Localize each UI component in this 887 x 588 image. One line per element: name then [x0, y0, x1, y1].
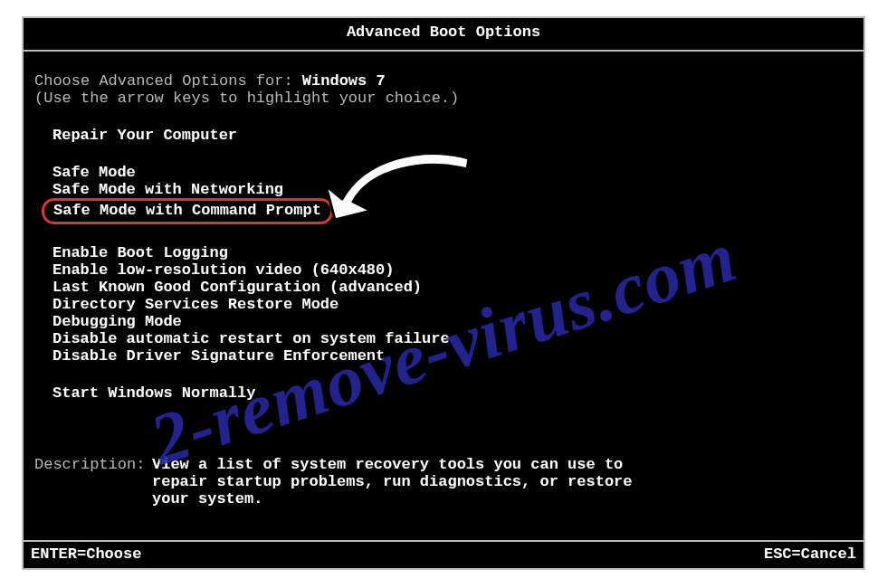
instruction-line: (Use the arrow keys to highlight your ch… [34, 90, 853, 107]
option-debugging-mode[interactable]: Debugging Mode [43, 313, 853, 330]
option-directory-services-restore[interactable]: Directory Services Restore Mode [43, 296, 853, 313]
footer-enter: ENTER=Choose [31, 545, 141, 563]
option-last-known-good[interactable]: Last Known Good Configuration (advanced) [43, 279, 853, 296]
option-group-1: Repair Your Computer [34, 127, 853, 144]
content-area: Choose Advanced Options for: Windows 7 (… [34, 72, 853, 507]
choose-line: Choose Advanced Options for: Windows 7 [34, 72, 853, 90]
option-group-4: Start Windows Normally [34, 384, 853, 402]
option-repair-your-computer[interactable]: Repair Your Computer [43, 127, 853, 144]
option-group-3: Enable Boot Logging Enable low-resolutio… [34, 244, 853, 365]
os-name: Windows 7 [302, 72, 386, 90]
option-disable-auto-restart[interactable]: Disable automatic restart on system fail… [43, 330, 853, 347]
description-text: View a list of system recovery tools you… [152, 456, 659, 507]
option-disable-driver-sig[interactable]: Disable Driver Signature Enforcement [43, 347, 853, 365]
footer-bar: ENTER=Choose ESC=Cancel [24, 540, 863, 568]
option-safe-mode[interactable]: Safe Mode [43, 164, 853, 181]
option-enable-boot-logging[interactable]: Enable Boot Logging [43, 244, 853, 261]
boot-screen: Advanced Boot Options Choose Advanced Op… [22, 16, 865, 570]
option-safe-mode-networking[interactable]: Safe Mode with Networking [43, 181, 853, 198]
title-bar: Advanced Boot Options [24, 18, 863, 52]
option-group-2: Safe Mode Safe Mode with Networking Safe… [34, 164, 853, 224]
option-start-windows-normally[interactable]: Start Windows Normally [43, 384, 853, 402]
description-block: Description: View a list of system recov… [34, 456, 853, 507]
screen-title: Advanced Boot Options [347, 24, 540, 41]
description-label: Description: [34, 456, 152, 507]
choose-label: Choose Advanced Options for: [34, 72, 302, 90]
option-safe-mode-command-prompt[interactable]: Safe Mode with Command Prompt [42, 198, 333, 224]
option-safe-mode-command-prompt-wrap[interactable]: Safe Mode with Command Prompt [43, 198, 853, 224]
option-low-res-video[interactable]: Enable low-resolution video (640x480) [43, 261, 853, 279]
footer-esc: ESC=Cancel [764, 545, 856, 563]
